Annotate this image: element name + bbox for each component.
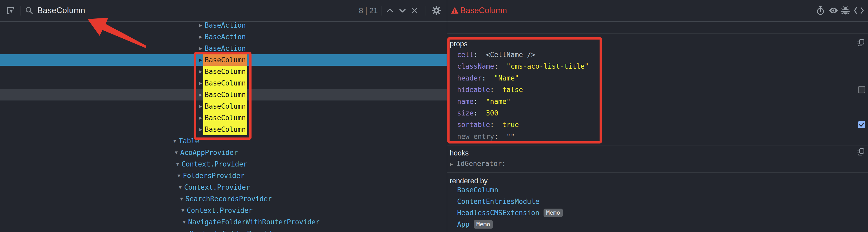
tree-row[interactable]: ▾Context.Provider bbox=[0, 158, 446, 170]
copy-hooks-icon[interactable] bbox=[857, 148, 865, 156]
rendered-by-row: AppMemo bbox=[457, 219, 493, 230]
component-name[interactable]: Context.Provider bbox=[185, 205, 254, 216]
tree-row[interactable]: ▸BaseColumn bbox=[0, 77, 446, 89]
prop-row: sortable: true bbox=[457, 119, 519, 130]
tree-row[interactable]: ▾Context.Provider bbox=[0, 181, 446, 193]
prop-value[interactable]: 300 bbox=[486, 109, 498, 117]
section-divider bbox=[447, 33, 868, 34]
inspect-eye-icon bbox=[828, 7, 839, 14]
hooks-section-label: hooks bbox=[450, 148, 469, 158]
rendered-by-link[interactable]: HeadlessCMSExtension bbox=[457, 207, 539, 219]
component-name[interactable]: BaseColumn bbox=[203, 100, 247, 112]
search-result-count: 8 | 21 bbox=[355, 0, 378, 21]
rendered-by-link[interactable]: App bbox=[457, 219, 469, 230]
inspect-dom-button[interactable] bbox=[828, 0, 839, 21]
settings-button[interactable] bbox=[431, 0, 441, 21]
component-name[interactable]: BaseColumn bbox=[203, 112, 247, 124]
warning-triangle-icon bbox=[451, 7, 459, 14]
hook-row[interactable]: ▸IdGenerator: bbox=[450, 158, 506, 169]
inspect-cursor-icon bbox=[6, 6, 15, 15]
component-name[interactable]: BaseAction bbox=[203, 31, 247, 42]
component-name[interactable]: AcoAppProvider bbox=[179, 147, 239, 158]
clear-search-button[interactable] bbox=[410, 0, 419, 21]
component-name[interactable]: BaseColumn bbox=[203, 77, 247, 89]
prop-key: cell bbox=[457, 51, 474, 59]
view-source-icon bbox=[854, 7, 864, 14]
tree-row[interactable]: ▸BaseColumn bbox=[0, 66, 446, 77]
tree-row[interactable]: ▾AcoAppProvider bbox=[0, 147, 446, 158]
rendered-by-link[interactable]: ContentEntriesModule bbox=[457, 196, 539, 207]
tree-row[interactable]: ▸BaseAction bbox=[0, 31, 446, 42]
tree-row[interactable]: ▾NavigateFolderProvider bbox=[0, 228, 446, 232]
prop-key: hideable bbox=[457, 86, 490, 94]
tree-row[interactable]: ▸BaseColumn bbox=[0, 100, 446, 112]
memo-badge: Memo bbox=[544, 209, 563, 217]
prop-value[interactable]: false bbox=[502, 86, 523, 94]
search-input[interactable]: BaseColumn bbox=[37, 0, 85, 21]
selected-component-title: BaseColumn bbox=[460, 0, 507, 21]
component-name[interactable]: SearchRecordsProvider bbox=[184, 193, 273, 205]
prop-value[interactable]: "cms-aco-list-title" bbox=[506, 62, 589, 70]
chevron-down-icon bbox=[398, 6, 407, 15]
debug-log-button[interactable] bbox=[841, 0, 849, 21]
tree-row[interactable]: ▸BaseColumn bbox=[0, 54, 446, 66]
prop-key: className bbox=[457, 62, 494, 70]
prop-value[interactable]: true bbox=[502, 121, 519, 128]
component-name[interactable]: Context.Provider bbox=[183, 181, 251, 193]
tree-row[interactable]: ▾FoldersProvider bbox=[0, 170, 446, 181]
tree-row[interactable]: ▾Table bbox=[0, 135, 446, 147]
component-name[interactable]: BaseAction bbox=[203, 42, 247, 54]
tree-row[interactable]: ▸BaseColumn bbox=[0, 124, 446, 135]
prop-colon: : bbox=[474, 51, 486, 59]
view-source-button[interactable] bbox=[854, 0, 864, 21]
component-name[interactable]: BaseColumn bbox=[203, 54, 247, 66]
prop-value: <CellName /> bbox=[486, 51, 535, 59]
prop-key: size bbox=[457, 109, 474, 117]
inspector-panel: props cell: <CellName />className: "cms-… bbox=[447, 0, 868, 232]
tree-row[interactable]: ▾SearchRecordsProvider bbox=[0, 193, 446, 205]
component-name[interactable]: Context.Provider bbox=[180, 158, 249, 170]
component-name[interactable]: NavigateFolderWithRouterProvider bbox=[187, 216, 321, 228]
prop-key: sortable bbox=[457, 121, 490, 128]
search-icon-wrap bbox=[25, 0, 33, 21]
previous-match-button[interactable] bbox=[386, 0, 394, 21]
prop-colon: : bbox=[474, 109, 486, 117]
prop-key: name bbox=[457, 97, 474, 106]
rendered-by-link[interactable]: BaseColumn bbox=[457, 184, 498, 196]
prop-key: header bbox=[457, 74, 482, 82]
component-name[interactable]: Table bbox=[177, 135, 200, 147]
prop-checkbox-checked[interactable] bbox=[858, 121, 865, 128]
expand-arrow-icon[interactable]: ▸ bbox=[450, 161, 453, 167]
selected-component-warning bbox=[451, 0, 459, 21]
toolbar-divider bbox=[20, 6, 21, 16]
react-devtools-window: ▸BaseAction▸BaseAction▸BaseAction▸BaseCo… bbox=[0, 0, 868, 232]
prop-checkbox-unchecked[interactable] bbox=[858, 86, 865, 93]
rendered-by-row: ContentEntriesModule bbox=[457, 196, 539, 207]
tree-row[interactable]: ▾Context.Provider bbox=[0, 205, 446, 216]
panel-divider[interactable] bbox=[446, 0, 447, 232]
prop-value[interactable]: "" bbox=[506, 133, 515, 141]
memo-badge: Memo bbox=[474, 220, 493, 229]
tree-row[interactable]: ▸BaseColumn bbox=[0, 112, 446, 124]
prop-row: size: 300 bbox=[457, 107, 498, 119]
inspect-element-button[interactable] bbox=[6, 0, 15, 21]
tree-row[interactable]: ▸BaseColumn bbox=[0, 89, 446, 100]
component-name[interactable]: FoldersProvider bbox=[182, 170, 246, 181]
next-match-button[interactable] bbox=[398, 0, 407, 21]
prop-row: header: "Name" bbox=[457, 72, 519, 84]
component-name[interactable]: BaseColumn bbox=[203, 124, 247, 135]
component-name[interactable]: NavigateFolderProvider bbox=[188, 228, 281, 232]
rendered-by-row: BaseColumn bbox=[457, 184, 498, 196]
suspend-timer-button[interactable] bbox=[816, 0, 825, 21]
component-name[interactable]: BaseColumn bbox=[203, 89, 247, 100]
top-toolbar: BaseColumn 8 | 21 bbox=[0, 0, 868, 22]
section-divider bbox=[447, 145, 868, 145]
prop-value[interactable]: "Name" bbox=[494, 74, 519, 82]
component-name[interactable]: BaseColumn bbox=[203, 66, 247, 77]
tree-row[interactable]: ▸BaseAction bbox=[0, 42, 446, 54]
copy-props-icon[interactable] bbox=[857, 39, 865, 47]
search-icon bbox=[25, 7, 33, 14]
tree-row[interactable]: ▾NavigateFolderWithRouterProvider bbox=[0, 216, 446, 228]
prop-value[interactable]: "name" bbox=[486, 97, 511, 106]
prop-colon: : bbox=[490, 86, 502, 94]
